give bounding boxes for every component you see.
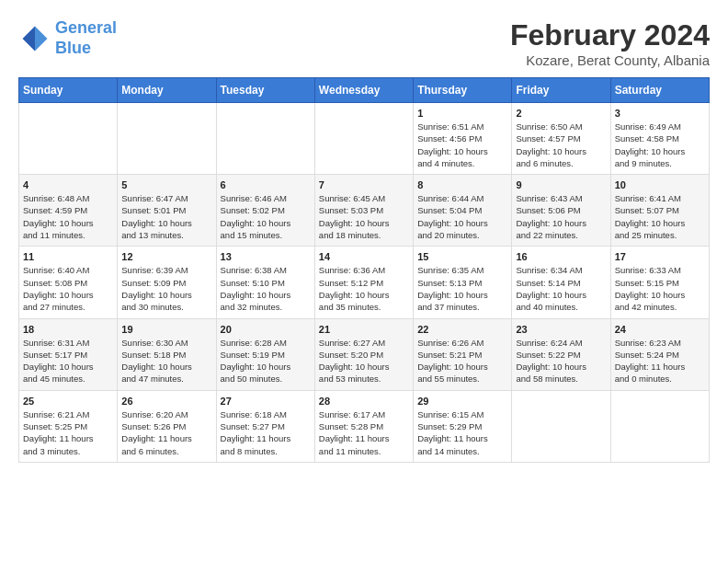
day-number: 16 (516, 251, 606, 262)
calendar-cell: 23Sunrise: 6:24 AM Sunset: 5:22 PM Dayli… (512, 318, 610, 390)
col-header-tuesday: Tuesday (216, 78, 314, 103)
day-number: 25 (23, 396, 113, 407)
svg-marker-0 (35, 26, 48, 51)
day-number: 19 (121, 324, 211, 335)
calendar-cell: 13Sunrise: 6:38 AM Sunset: 5:10 PM Dayli… (216, 247, 314, 318)
col-header-thursday: Thursday (414, 78, 512, 103)
calendar-cell (19, 103, 118, 175)
day-number: 17 (615, 251, 705, 262)
calendar-cell: 27Sunrise: 6:18 AM Sunset: 5:27 PM Dayli… (216, 390, 314, 462)
day-info: Sunrise: 6:27 AM Sunset: 5:20 PM Dayligh… (319, 337, 409, 385)
day-number: 8 (417, 179, 507, 190)
day-info: Sunrise: 6:48 AM Sunset: 4:59 PM Dayligh… (23, 192, 113, 241)
day-number: 4 (23, 179, 113, 190)
svg-marker-1 (23, 26, 36, 51)
calendar-cell: 14Sunrise: 6:36 AM Sunset: 5:12 PM Dayli… (314, 247, 413, 318)
day-number: 10 (615, 179, 705, 190)
header-row: SundayMondayTuesdayWednesdayThursdayFrid… (19, 78, 710, 103)
day-info: Sunrise: 6:38 AM Sunset: 5:10 PM Dayligh… (221, 264, 311, 313)
col-header-wednesday: Wednesday (314, 78, 413, 103)
calendar-cell: 2Sunrise: 6:50 AM Sunset: 4:57 PM Daylig… (512, 103, 610, 175)
calendar-cell: 20Sunrise: 6:28 AM Sunset: 5:19 PM Dayli… (216, 318, 314, 390)
logo: General Blue (18, 18, 117, 58)
day-info: Sunrise: 6:21 AM Sunset: 5:25 PM Dayligh… (23, 408, 113, 457)
day-info: Sunrise: 6:41 AM Sunset: 5:07 PM Dayligh… (615, 192, 705, 241)
logo-icon (18, 22, 51, 55)
day-number: 28 (319, 396, 409, 407)
calendar-cell (314, 103, 413, 175)
calendar-cell: 22Sunrise: 6:26 AM Sunset: 5:21 PM Dayli… (414, 318, 512, 390)
calendar-cell: 6Sunrise: 6:46 AM Sunset: 5:02 PM Daylig… (216, 175, 314, 247)
day-number: 1 (417, 108, 507, 119)
calendar-cell: 17Sunrise: 6:33 AM Sunset: 5:15 PM Dayli… (610, 247, 709, 318)
day-number: 12 (121, 251, 211, 262)
day-info: Sunrise: 6:26 AM Sunset: 5:21 PM Dayligh… (417, 337, 507, 385)
day-info: Sunrise: 6:30 AM Sunset: 5:18 PM Dayligh… (121, 337, 211, 385)
day-info: Sunrise: 6:46 AM Sunset: 5:02 PM Dayligh… (221, 192, 311, 241)
calendar-body: 1Sunrise: 6:51 AM Sunset: 4:56 PM Daylig… (19, 103, 710, 463)
day-info: Sunrise: 6:28 AM Sunset: 5:19 PM Dayligh… (221, 337, 311, 385)
day-number: 7 (319, 179, 409, 190)
day-info: Sunrise: 6:23 AM Sunset: 5:24 PM Dayligh… (615, 337, 705, 385)
day-info: Sunrise: 6:40 AM Sunset: 5:08 PM Dayligh… (23, 264, 113, 313)
day-number: 18 (23, 324, 113, 335)
day-number: 5 (121, 179, 211, 190)
calendar-cell: 28Sunrise: 6:17 AM Sunset: 5:28 PM Dayli… (314, 390, 413, 462)
col-header-monday: Monday (118, 78, 216, 103)
calendar-cell (610, 390, 709, 462)
day-info: Sunrise: 6:43 AM Sunset: 5:06 PM Dayligh… (516, 192, 606, 241)
calendar-cell (118, 103, 216, 175)
calendar-header: SundayMondayTuesdayWednesdayThursdayFrid… (19, 78, 710, 103)
calendar-cell: 24Sunrise: 6:23 AM Sunset: 5:24 PM Dayli… (610, 318, 709, 390)
day-info: Sunrise: 6:36 AM Sunset: 5:12 PM Dayligh… (319, 264, 409, 313)
calendar-cell (216, 103, 314, 175)
logo-line1: General (55, 18, 117, 37)
day-info: Sunrise: 6:17 AM Sunset: 5:28 PM Dayligh… (319, 408, 409, 457)
day-info: Sunrise: 6:50 AM Sunset: 4:57 PM Dayligh… (516, 121, 606, 169)
day-number: 27 (221, 396, 311, 407)
calendar-cell: 3Sunrise: 6:49 AM Sunset: 4:58 PM Daylig… (610, 103, 709, 175)
calendar-cell: 26Sunrise: 6:20 AM Sunset: 5:26 PM Dayli… (118, 390, 216, 462)
day-number: 11 (23, 251, 113, 262)
day-number: 15 (417, 251, 507, 262)
day-number: 3 (615, 108, 705, 119)
calendar-cell: 21Sunrise: 6:27 AM Sunset: 5:20 PM Dayli… (314, 318, 413, 390)
day-number: 29 (417, 396, 507, 407)
logo-line2: Blue (55, 39, 91, 57)
calendar-cell: 18Sunrise: 6:31 AM Sunset: 5:17 PM Dayli… (19, 318, 118, 390)
col-header-saturday: Saturday (610, 78, 709, 103)
subtitle: Kozare, Berat County, Albania (510, 52, 710, 68)
day-info: Sunrise: 6:18 AM Sunset: 5:27 PM Dayligh… (221, 408, 311, 457)
day-info: Sunrise: 6:51 AM Sunset: 4:56 PM Dayligh… (417, 121, 507, 169)
day-info: Sunrise: 6:33 AM Sunset: 5:15 PM Dayligh… (615, 264, 705, 313)
day-info: Sunrise: 6:31 AM Sunset: 5:17 PM Dayligh… (23, 337, 113, 385)
day-info: Sunrise: 6:24 AM Sunset: 5:22 PM Dayligh… (516, 337, 606, 385)
col-header-sunday: Sunday (19, 78, 118, 103)
day-number: 6 (221, 179, 311, 190)
calendar-cell: 12Sunrise: 6:39 AM Sunset: 5:09 PM Dayli… (118, 247, 216, 318)
day-number: 13 (221, 251, 311, 262)
day-number: 23 (516, 324, 606, 335)
day-number: 22 (417, 324, 507, 335)
day-number: 14 (319, 251, 409, 262)
title-block: February 2024 Kozare, Berat County, Alba… (510, 18, 710, 68)
day-info: Sunrise: 6:45 AM Sunset: 5:03 PM Dayligh… (319, 192, 409, 241)
calendar-cell: 9Sunrise: 6:43 AM Sunset: 5:06 PM Daylig… (512, 175, 610, 247)
calendar-cell: 5Sunrise: 6:47 AM Sunset: 5:01 PM Daylig… (118, 175, 216, 247)
day-info: Sunrise: 6:34 AM Sunset: 5:14 PM Dayligh… (516, 264, 606, 313)
day-number: 20 (221, 324, 311, 335)
calendar-table: SundayMondayTuesdayWednesdayThursdayFrid… (18, 77, 710, 463)
main-title: February 2024 (510, 18, 710, 52)
calendar-cell: 7Sunrise: 6:45 AM Sunset: 5:03 PM Daylig… (314, 175, 413, 247)
day-number: 21 (319, 324, 409, 335)
day-info: Sunrise: 6:15 AM Sunset: 5:29 PM Dayligh… (417, 408, 507, 457)
week-row-1: 1Sunrise: 6:51 AM Sunset: 4:56 PM Daylig… (19, 103, 710, 175)
day-info: Sunrise: 6:20 AM Sunset: 5:26 PM Dayligh… (121, 408, 211, 457)
week-row-5: 25Sunrise: 6:21 AM Sunset: 5:25 PM Dayli… (19, 390, 710, 462)
col-header-friday: Friday (512, 78, 610, 103)
calendar-cell: 4Sunrise: 6:48 AM Sunset: 4:59 PM Daylig… (19, 175, 118, 247)
logo-text: General Blue (55, 18, 117, 58)
page-header: General Blue February 2024 Kozare, Berat… (18, 18, 710, 68)
week-row-4: 18Sunrise: 6:31 AM Sunset: 5:17 PM Dayli… (19, 318, 710, 390)
calendar-cell: 15Sunrise: 6:35 AM Sunset: 5:13 PM Dayli… (414, 247, 512, 318)
